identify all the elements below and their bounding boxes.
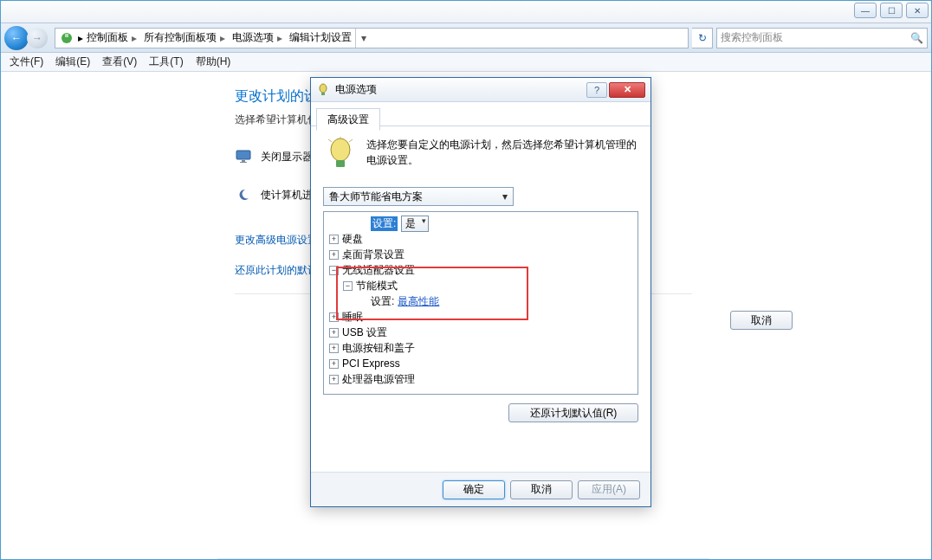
dialog-title: 电源选项 [335,82,377,97]
chevron-down-icon: ▾ [502,190,508,203]
svg-rect-8 [336,160,345,167]
ok-button[interactable]: 确定 [443,480,505,499]
tree-setting-prefix: 设置: [371,294,394,309]
svg-point-5 [320,84,327,93]
expand-toggle[interactable]: + [329,312,339,322]
dialog-help-button[interactable]: ? [586,82,607,98]
dialog-close-button[interactable]: ✕ [609,82,645,98]
menu-edit[interactable]: 编辑(E) [55,55,90,69]
tree-power-save-mode[interactable]: 节能模式 [356,279,398,293]
tree-usb[interactable]: USB 设置 [342,325,387,340]
expand-toggle[interactable]: + [329,344,339,353]
restore-plan-defaults-button[interactable]: 还原计划默认值(R) [508,403,638,422]
tree-setting-link[interactable]: 最高性能 [398,294,439,309]
window-maximize-button[interactable]: ☐ [880,3,903,18]
breadcrumb-dropdown[interactable]: ▾ [355,29,371,48]
tree-harddisk[interactable]: 硬盘 [342,232,363,247]
tree-desktop-bg[interactable]: 桌面背景设置 [342,248,405,262]
breadcrumb-item[interactable]: 电源选项▸ [229,30,286,45]
lightbulb-icon [316,83,330,97]
dialog-tabstrip: 高级设置 [311,102,650,126]
power-plan-selected: 鲁大师节能省电方案 [329,190,423,204]
dialog-info-text: 选择您要自定义的电源计划，然后选择您希望计算机管理的电源设置。 [366,137,638,171]
breadcrumb-item[interactable]: 所有控制面板项▸ [140,30,229,45]
expand-toggle[interactable]: + [329,375,339,384]
svg-rect-6 [321,93,325,95]
control-panel-icon [59,30,74,46]
svg-rect-1 [65,34,68,37]
collapse-toggle[interactable]: − [343,281,353,291]
power-plan-select[interactable]: 鲁大师节能省电方案 ▾ [323,187,514,206]
search-input[interactable]: 搜索控制面板 🔍 [716,28,928,48]
expand-toggle[interactable]: + [329,328,339,338]
cancel-button[interactable]: 取消 [510,480,573,499]
tree-power-button[interactable]: 电源按钮和盖子 [342,341,415,356]
expand-toggle[interactable]: + [329,359,339,369]
menu-help[interactable]: 帮助(H) [196,55,231,69]
arrow-right-icon: → [32,32,42,44]
power-options-dialog: 电源选项 ? ✕ 高级设置 选择您要自定义的电源计划，然后选择您希望计算机管理的… [310,77,651,507]
tree-wireless[interactable]: 无线适配器设置 [342,263,415,278]
collapse-toggle[interactable]: − [329,266,339,275]
lightbulb-large-icon [323,137,358,171]
display-off-label: 关闭显示器: [261,150,315,164]
moon-icon [235,186,252,203]
menu-file[interactable]: 文件(F) [10,55,43,69]
main-cancel-button[interactable]: 取消 [730,311,793,330]
expand-toggle[interactable]: + [329,235,339,244]
right-pane: 取消 [709,72,931,559]
svg-rect-4 [240,162,247,163]
breadcrumb-item[interactable]: 编辑计划设置 [286,30,355,45]
search-placeholder: 搜索控制面板 [721,30,783,45]
menu-tools[interactable]: 工具(T) [149,55,183,69]
svg-point-7 [331,138,350,161]
arrow-left-icon: ← [11,32,22,44]
window-titlebar: — ☐ ✕ [1,1,931,23]
refresh-icon: ↻ [698,32,707,44]
settings-tree[interactable]: 设置: 是 +硬盘 +桌面背景设置 −无线适配器设置 −节能模式 设置: 最高性… [323,211,638,395]
address-bar: ← → ▸ 控制面板▸ 所有控制面板项▸ 电源选项▸ 编辑计划设置 ▾ ↻ 搜索… [1,23,931,53]
svg-rect-2 [236,151,250,159]
breadcrumb-item[interactable]: 控制面板▸ [83,30,140,45]
svg-rect-3 [242,160,245,162]
menu-bar: 文件(F) 编辑(E) 查看(V) 工具(T) 帮助(H) [1,53,931,72]
tree-cpu[interactable]: 处理器电源管理 [342,372,415,387]
tree-pci-express[interactable]: PCI Express [342,357,400,370]
nav-forward-button[interactable]: → [27,28,48,48]
refresh-button[interactable]: ↻ [692,28,713,48]
menu-view[interactable]: 查看(V) [102,55,137,69]
breadcrumb[interactable]: ▸ 控制面板▸ 所有控制面板项▸ 电源选项▸ 编辑计划设置 ▾ [55,28,689,48]
dialog-footer: 确定 取消 应用(A) [311,472,650,506]
tree-sleep[interactable]: 睡眠 [342,310,363,325]
tab-advanced[interactable]: 高级设置 [316,108,380,131]
nav-back-button[interactable]: ← [4,26,29,50]
search-icon: 🔍 [910,32,923,44]
apply-button[interactable]: 应用(A) [578,480,640,499]
setting-value-dropdown[interactable]: 是 [401,216,429,232]
monitor-icon [235,148,252,165]
expand-toggle[interactable]: + [329,250,339,260]
dialog-titlebar: 电源选项 ? ✕ [311,78,650,102]
window-minimize-button[interactable]: — [854,3,877,18]
setting-label-highlighted: 设置: [371,216,398,231]
window-close-button[interactable]: ✕ [906,3,929,18]
